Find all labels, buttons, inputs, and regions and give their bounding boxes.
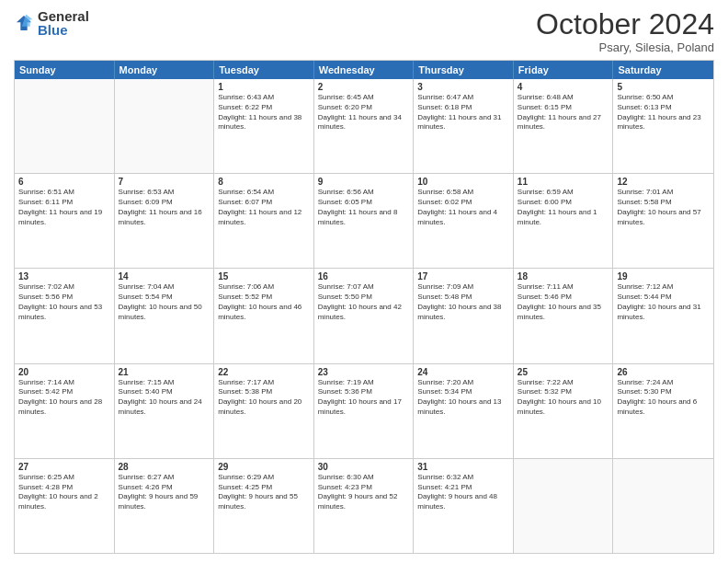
day-info: Sunrise: 6:54 AM Sunset: 6:07 PM Dayligh… <box>218 188 310 227</box>
day-cell: 18Sunrise: 7:11 AM Sunset: 5:46 PM Dayli… <box>514 269 614 362</box>
day-cell: 20Sunrise: 7:14 AM Sunset: 5:42 PM Dayli… <box>15 364 115 458</box>
day-info: Sunrise: 6:47 AM Sunset: 6:18 PM Dayligh… <box>417 93 509 132</box>
weekday-header: Friday <box>514 61 614 79</box>
empty-cell <box>15 79 115 173</box>
day-info: Sunrise: 6:29 AM Sunset: 4:25 PM Dayligh… <box>218 473 310 512</box>
day-cell: 15Sunrise: 7:06 AM Sunset: 5:52 PM Dayli… <box>214 269 314 362</box>
day-info: Sunrise: 7:14 AM Sunset: 5:42 PM Dayligh… <box>18 378 110 418</box>
day-info: Sunrise: 7:07 AM Sunset: 5:50 PM Dayligh… <box>318 282 410 322</box>
logo-icon <box>14 13 34 33</box>
day-cell: 8Sunrise: 6:54 AM Sunset: 6:07 PM Daylig… <box>214 174 314 268</box>
day-info: Sunrise: 6:43 AM Sunset: 6:22 PM Dayligh… <box>218 93 310 132</box>
calendar-row: 6Sunrise: 6:51 AM Sunset: 6:11 PM Daylig… <box>15 173 713 268</box>
day-number: 28 <box>119 462 210 472</box>
day-number: 24 <box>417 367 509 377</box>
day-info: Sunrise: 6:53 AM Sunset: 6:09 PM Dayligh… <box>119 188 210 227</box>
day-cell: 23Sunrise: 7:19 AM Sunset: 5:36 PM Dayli… <box>314 364 415 458</box>
day-cell: 9Sunrise: 6:56 AM Sunset: 6:05 PM Daylig… <box>314 174 415 268</box>
day-cell: 1Sunrise: 6:43 AM Sunset: 6:22 PM Daylig… <box>214 79 314 173</box>
day-info: Sunrise: 7:04 AM Sunset: 5:54 PM Dayligh… <box>119 282 210 322</box>
day-cell: 7Sunrise: 6:53 AM Sunset: 6:09 PM Daylig… <box>115 174 215 268</box>
day-info: Sunrise: 6:56 AM Sunset: 6:05 PM Dayligh… <box>318 188 410 227</box>
day-info: Sunrise: 7:01 AM Sunset: 5:58 PM Dayligh… <box>617 188 710 227</box>
day-cell: 24Sunrise: 7:20 AM Sunset: 5:34 PM Dayli… <box>414 364 514 458</box>
day-number: 26 <box>617 367 710 377</box>
weekday-header: Wednesday <box>314 61 415 79</box>
day-cell: 13Sunrise: 7:02 AM Sunset: 5:56 PM Dayli… <box>15 269 115 362</box>
day-number: 10 <box>417 177 509 187</box>
day-cell: 28Sunrise: 6:27 AM Sunset: 4:26 PM Dayli… <box>115 459 215 553</box>
day-cell: 25Sunrise: 7:22 AM Sunset: 5:32 PM Dayli… <box>514 364 614 458</box>
day-number: 31 <box>417 462 509 472</box>
day-cell: 4Sunrise: 6:48 AM Sunset: 6:15 PM Daylig… <box>514 79 614 173</box>
day-cell: 17Sunrise: 7:09 AM Sunset: 5:48 PM Dayli… <box>414 269 514 362</box>
day-info: Sunrise: 7:19 AM Sunset: 5:36 PM Dayligh… <box>318 378 410 418</box>
day-cell: 14Sunrise: 7:04 AM Sunset: 5:54 PM Dayli… <box>115 269 215 362</box>
day-info: Sunrise: 7:11 AM Sunset: 5:46 PM Dayligh… <box>518 282 609 322</box>
day-info: Sunrise: 7:17 AM Sunset: 5:38 PM Dayligh… <box>218 378 310 418</box>
day-cell: 19Sunrise: 7:12 AM Sunset: 5:44 PM Dayli… <box>613 269 713 362</box>
day-number: 15 <box>218 271 310 282</box>
calendar-row: 13Sunrise: 7:02 AM Sunset: 5:56 PM Dayli… <box>15 268 713 362</box>
logo-blue: Blue <box>38 23 89 37</box>
day-info: Sunrise: 6:45 AM Sunset: 6:20 PM Dayligh… <box>318 93 410 132</box>
empty-cell <box>613 459 713 553</box>
day-cell: 12Sunrise: 7:01 AM Sunset: 5:58 PM Dayli… <box>613 174 713 268</box>
logo-text: General Blue <box>38 9 89 37</box>
day-number: 14 <box>119 271 210 282</box>
day-info: Sunrise: 7:02 AM Sunset: 5:56 PM Dayligh… <box>18 282 110 322</box>
day-number: 13 <box>18 271 110 282</box>
day-info: Sunrise: 7:22 AM Sunset: 5:32 PM Dayligh… <box>518 378 609 418</box>
header: General Blue October 2024 Psary, Silesia… <box>14 9 714 54</box>
day-info: Sunrise: 6:25 AM Sunset: 4:28 PM Dayligh… <box>18 473 110 512</box>
day-number: 29 <box>218 462 310 472</box>
day-cell: 16Sunrise: 7:07 AM Sunset: 5:50 PM Dayli… <box>314 269 415 362</box>
day-number: 19 <box>617 271 710 282</box>
weekday-header: Tuesday <box>214 61 314 79</box>
day-number: 27 <box>18 462 110 472</box>
day-number: 30 <box>318 462 410 472</box>
logo-general: General <box>38 9 89 23</box>
day-cell: 27Sunrise: 6:25 AM Sunset: 4:28 PM Dayli… <box>15 459 115 553</box>
day-number: 5 <box>617 82 710 92</box>
day-info: Sunrise: 7:06 AM Sunset: 5:52 PM Dayligh… <box>218 282 310 322</box>
day-number: 18 <box>518 271 609 282</box>
weekday-header: Sunday <box>15 61 115 79</box>
day-cell: 26Sunrise: 7:24 AM Sunset: 5:30 PM Dayli… <box>613 364 713 458</box>
day-info: Sunrise: 6:48 AM Sunset: 6:15 PM Dayligh… <box>518 93 609 132</box>
day-info: Sunrise: 6:58 AM Sunset: 6:02 PM Dayligh… <box>417 188 509 227</box>
weekday-header: Saturday <box>613 61 713 79</box>
day-info: Sunrise: 6:51 AM Sunset: 6:11 PM Dayligh… <box>18 188 110 227</box>
day-info: Sunrise: 6:50 AM Sunset: 6:13 PM Dayligh… <box>617 93 710 132</box>
day-cell: 3Sunrise: 6:47 AM Sunset: 6:18 PM Daylig… <box>414 79 514 173</box>
location: Psary, Silesia, Poland <box>536 40 714 54</box>
day-info: Sunrise: 6:27 AM Sunset: 4:26 PM Dayligh… <box>119 473 210 512</box>
day-cell: 10Sunrise: 6:58 AM Sunset: 6:02 PM Dayli… <box>414 174 514 268</box>
calendar-header: SundayMondayTuesdayWednesdayThursdayFrid… <box>15 61 713 79</box>
calendar: SundayMondayTuesdayWednesdayThursdayFrid… <box>14 60 714 554</box>
day-cell: 21Sunrise: 7:15 AM Sunset: 5:40 PM Dayli… <box>115 364 215 458</box>
day-cell: 6Sunrise: 6:51 AM Sunset: 6:11 PM Daylig… <box>15 174 115 268</box>
day-info: Sunrise: 7:12 AM Sunset: 5:44 PM Dayligh… <box>617 282 710 322</box>
day-number: 3 <box>417 82 509 92</box>
weekday-header: Thursday <box>414 61 514 79</box>
logo: General Blue <box>14 9 89 37</box>
empty-cell <box>115 79 215 173</box>
day-number: 17 <box>417 271 509 282</box>
day-info: Sunrise: 6:30 AM Sunset: 4:23 PM Dayligh… <box>318 473 410 512</box>
month-title: October 2024 <box>536 9 714 39</box>
day-number: 11 <box>518 177 609 187</box>
day-number: 12 <box>617 177 710 187</box>
calendar-row: 27Sunrise: 6:25 AM Sunset: 4:28 PM Dayli… <box>15 458 713 553</box>
day-number: 23 <box>318 367 410 377</box>
day-info: Sunrise: 6:59 AM Sunset: 6:00 PM Dayligh… <box>518 188 609 227</box>
day-number: 2 <box>318 82 410 92</box>
calendar-body: 1Sunrise: 6:43 AM Sunset: 6:22 PM Daylig… <box>15 79 713 553</box>
day-info: Sunrise: 7:24 AM Sunset: 5:30 PM Dayligh… <box>617 378 710 418</box>
day-cell: 22Sunrise: 7:17 AM Sunset: 5:38 PM Dayli… <box>214 364 314 458</box>
day-number: 8 <box>218 177 310 187</box>
day-number: 22 <box>218 367 310 377</box>
day-number: 16 <box>318 271 410 282</box>
day-number: 21 <box>119 367 210 377</box>
day-number: 9 <box>318 177 410 187</box>
